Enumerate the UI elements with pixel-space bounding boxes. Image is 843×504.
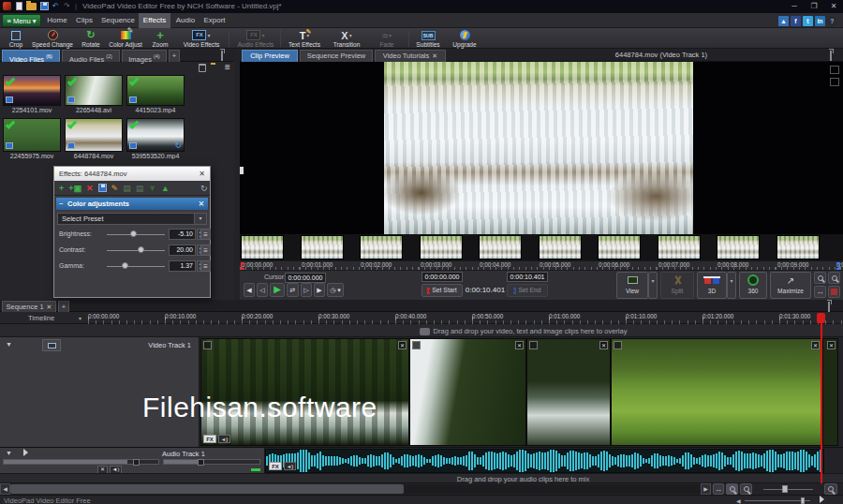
tab-clips[interactable]: Clips [73, 13, 96, 28]
gamma-value-field[interactable]: 1.37 [169, 260, 196, 272]
tab-audio-files[interactable]: Audio Files (2) [62, 50, 120, 62]
contrast-slider[interactable] [107, 250, 165, 251]
popout-preview-icon[interactable] [830, 51, 832, 61]
twitter-icon[interactable]: t [803, 16, 813, 26]
remove-effect-icon[interactable]: ✕ [86, 184, 94, 193]
media-clip-thumbnail[interactable] [126, 75, 185, 106]
start-time-field[interactable]: 0:00:00.000 [422, 272, 463, 282]
timeline-video-clip[interactable]: ✕ [822, 338, 838, 446]
zoom-in-timeline-icon[interactable] [740, 483, 752, 495]
tab-sequence-preview[interactable]: Sequence Preview [300, 50, 373, 62]
add-effect-chain-icon[interactable]: +▣ [68, 184, 81, 193]
menu-icon[interactable]: ≡ [200, 245, 211, 256]
remove-clip-icon[interactable]: ✕ [811, 341, 820, 349]
zoom-out-timeline-icon[interactable] [726, 483, 738, 495]
red-range-icon[interactable] [828, 286, 840, 298]
zoom-region-icon[interactable] [824, 483, 837, 495]
view-button[interactable]: View [616, 272, 648, 299]
media-clip-thumbnail[interactable] [65, 118, 123, 152]
save-chain-icon[interactable] [98, 184, 107, 192]
toolbar-zoom[interactable]: + Zoom [146, 28, 174, 49]
popout-timeline-icon[interactable] [828, 302, 830, 312]
brightness-value-field[interactable]: -5.10 [169, 229, 196, 240]
clip-audio-badge[interactable]: ◄) [218, 435, 230, 443]
remove-clip-icon[interactable]: ✕ [599, 341, 608, 349]
help-icon[interactable]: ? [827, 16, 837, 26]
list-view-icon[interactable]: ≡ [225, 63, 230, 72]
menu-icon[interactable]: ≡ [200, 229, 211, 240]
splitter-handle[interactable] [240, 167, 244, 174]
remove-clip-icon[interactable]: ✕ [515, 341, 524, 349]
skip-to-start-button[interactable]: ◀ [244, 283, 255, 297]
toolbar-transition[interactable]: X▾ Transition [327, 28, 366, 49]
move-up-icon[interactable]: ▲ [161, 184, 170, 193]
close-button[interactable]: ✕ [824, 0, 843, 12]
tab-effects[interactable]: Effects [139, 13, 170, 28]
media-clip-thumbnail[interactable] [3, 118, 61, 152]
minimize-button[interactable]: ─ [785, 0, 804, 12]
end-time-field[interactable]: 0:00:10.401 [507, 272, 548, 282]
deg360-button[interactable]: 360 [739, 272, 767, 299]
volume-collapse-icon[interactable]: ◀ [736, 497, 741, 504]
timeline-video-clip[interactable]: ✕ [611, 338, 822, 446]
popout-panel-icon[interactable] [221, 51, 223, 61]
toolbar-color-adjust[interactable]: Color Adjust [107, 28, 144, 49]
playhead-marker[interactable] [817, 313, 825, 323]
timeline-audio-clip[interactable]: FX ◄) [265, 449, 824, 473]
save-project-icon[interactable] [40, 2, 49, 10]
menu-icon[interactable]: ≡ [200, 260, 211, 272]
toolbar-crop[interactable]: Crop [4, 28, 28, 49]
media-clip-thumbnail[interactable] [65, 75, 123, 106]
color-adjustments-header[interactable]: Color adjustments ✕ [56, 198, 208, 210]
media-clip-thumbnail[interactable]: ↻ [126, 118, 185, 152]
previous-frame-button[interactable]: ◁ [257, 283, 268, 297]
clip-filmstrip[interactable] [240, 234, 843, 260]
linkedin-icon[interactable]: in [815, 16, 825, 26]
tab-home[interactable]: Home [45, 13, 69, 28]
refresh-icon[interactable]: ↻ [200, 184, 208, 193]
play-button[interactable]: ▶ [270, 283, 285, 297]
toolbar-subtitles[interactable]: SUB Subtitles [412, 28, 444, 49]
clip-mute-badge[interactable]: ◄) [284, 462, 296, 470]
menu-button[interactable]: ≡ Menu ▾ [2, 14, 41, 27]
set-start-button[interactable]: Set Start [422, 284, 463, 297]
timeline-zoom-slider[interactable] [763, 489, 813, 490]
new-project-icon[interactable] [16, 2, 22, 10]
toolbar-text-effects[interactable]: T▾ Text Effects [284, 28, 325, 49]
media-clip-thumbnail[interactable] [3, 75, 61, 106]
volume-slider-thumb[interactable] [801, 497, 805, 504]
end-marker-icon[interactable] [836, 262, 840, 270]
preset-select[interactable]: Select Preset ▾ [57, 213, 207, 225]
contrast-value-field[interactable]: 20.00 [169, 245, 196, 256]
tab-export[interactable]: Export [200, 13, 229, 28]
start-marker-icon[interactable] [241, 262, 244, 270]
like-icon[interactable]: ▲ [778, 16, 789, 26]
preview-volume-slider[interactable] [745, 500, 810, 501]
remove-clip-icon[interactable]: ✕ [398, 341, 407, 349]
add-effect-icon[interactable]: + [59, 184, 64, 193]
tab-video-tutorials[interactable]: Video Tutorials✕ [375, 50, 446, 62]
next-frame-button[interactable]: ▷ [301, 283, 312, 297]
fit-width-icon[interactable]: ↔ [814, 286, 826, 298]
timeline-video-clip[interactable]: ✕ [526, 338, 611, 446]
collapse-track-icon[interactable]: ▼ [6, 341, 12, 348]
brightness-slider[interactable] [107, 234, 165, 235]
clip-fx-badge[interactable]: FX [203, 435, 216, 443]
chevron-down-icon[interactable]: ▾ [194, 214, 206, 224]
effects-dialog-titlebar[interactable]: Effects: 6448784.mov ✕ [54, 167, 210, 181]
zoom-out-strip-icon[interactable] [814, 272, 826, 284]
remove-clip-icon[interactable]: ✕ [827, 341, 836, 349]
loop-button[interactable]: ⇄ [287, 283, 299, 297]
facebook-icon[interactable]: f [791, 16, 801, 26]
zoom-in-strip-icon[interactable] [828, 272, 840, 284]
redo-icon[interactable]: ↷ [64, 2, 70, 10]
maximize-button[interactable]: ↗ Maximize [770, 272, 811, 299]
close-dialog-icon[interactable]: ✕ [199, 167, 205, 181]
grid-view-icon[interactable] [830, 66, 839, 74]
clip-ruler[interactable]: 0:00:00.000 0:00:01.000 0:00:02.000 0:00… [240, 260, 843, 270]
gamma-slider[interactable] [107, 266, 165, 267]
skip-to-end-button[interactable]: ▶ [314, 283, 325, 297]
tab-clip-preview[interactable]: Clip Preview [242, 50, 298, 62]
timeline-video-clip[interactable]: ✕ [409, 338, 526, 446]
chevron-down-icon[interactable]: ▾ [79, 315, 81, 321]
